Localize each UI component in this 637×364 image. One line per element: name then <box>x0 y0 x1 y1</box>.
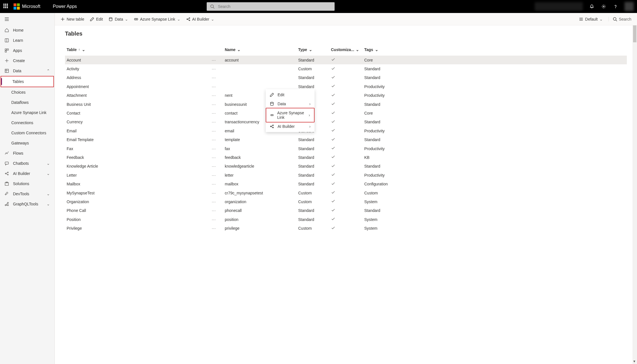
environment-picker[interactable] <box>535 2 583 11</box>
row-name: organization <box>225 199 298 204</box>
settings-icon[interactable] <box>601 4 607 9</box>
user-avatar[interactable] <box>625 2 634 11</box>
row-more-button[interactable]: ··· <box>212 120 216 124</box>
nav-learn[interactable]: Learn <box>0 35 54 45</box>
row-more-button[interactable]: ··· <box>212 67 216 71</box>
nav-chatbots[interactable]: Chatbots⌄ <box>0 158 54 168</box>
row-name: privilege <box>225 226 298 231</box>
context-edit[interactable]: Edit <box>266 90 315 99</box>
column-name[interactable]: Name⌄ <box>225 47 298 52</box>
row-tags: Configuration <box>364 182 398 186</box>
nav-home[interactable]: Home <box>0 25 54 35</box>
nav-data[interactable]: Data⌃ <box>0 66 54 76</box>
column-type[interactable]: Type⌄ <box>298 47 331 52</box>
microsoft-logo: Microsoft <box>14 3 40 10</box>
scrollbar[interactable]: ▾ <box>632 25 637 364</box>
table-row[interactable]: CurrencytransactioncurrencyStandardStand… <box>65 118 627 126</box>
nav-dataflows[interactable]: Dataflows <box>0 97 54 108</box>
row-more-button[interactable]: ··· <box>212 93 216 98</box>
context-azure-synapse-link[interactable]: Azure Synapse Link › <box>266 108 315 122</box>
row-name: mailbox <box>225 182 298 186</box>
table-row[interactable]: AppointmentStandardProductivity··· <box>65 82 627 91</box>
global-search[interactable] <box>207 2 335 11</box>
row-more-button[interactable]: ··· <box>212 102 216 107</box>
table-row[interactable]: FaxfaxStandardProductivity··· <box>65 144 627 153</box>
azure-synapse-link-button[interactable]: Azure Synapse Link ⌄ <box>134 17 180 21</box>
nav-create[interactable]: Create <box>0 56 54 66</box>
row-customizable <box>331 66 364 72</box>
nav-solutions[interactable]: Solutions <box>0 179 54 189</box>
row-more-button[interactable]: ··· <box>212 173 216 177</box>
chevron-down-icon: ⌄ <box>309 47 312 52</box>
table-search[interactable]: Search <box>608 17 631 21</box>
table-row[interactable]: FeedbackfeedbackStandardKB··· <box>65 153 627 162</box>
nav-ai-builder[interactable]: AI Builder⌄ <box>0 168 54 179</box>
context-ai-builder[interactable]: AI Builder › <box>266 122 315 131</box>
nav-gateways[interactable]: Gateways <box>0 138 54 148</box>
global-search-input[interactable] <box>218 4 332 9</box>
table-row[interactable]: ActivityCustomStandard··· <box>65 64 627 73</box>
table-row[interactable]: Email TemplatetemplateStandardStandard··… <box>65 135 627 144</box>
column-table[interactable]: Table↑⌄ <box>67 47 225 52</box>
new-table-button[interactable]: New table <box>60 17 84 21</box>
scrollbar-thumb[interactable] <box>633 25 636 42</box>
row-more-button[interactable]: ··· <box>212 155 216 160</box>
context-data[interactable]: Data › <box>266 99 315 108</box>
table-row[interactable]: LetterletterStandardProductivity··· <box>65 171 627 179</box>
data-button[interactable]: Data ⌄ <box>108 17 128 21</box>
collapse-nav-button[interactable] <box>0 14 54 25</box>
row-more-button[interactable]: ··· <box>212 146 216 151</box>
table-row[interactable]: AccountaccountStandardCore··· <box>65 56 627 64</box>
table-row[interactable]: Phone CallphonecallStandardStandard··· <box>65 206 627 215</box>
row-name: knowledgearticle <box>225 164 298 168</box>
row-more-button[interactable]: ··· <box>212 199 216 204</box>
nav-choices[interactable]: Choices <box>0 87 54 97</box>
table-row[interactable]: EmailemailStandardProductivity··· <box>65 126 627 135</box>
table-row[interactable]: AddressStandardStandard··· <box>65 73 627 82</box>
row-customizable <box>331 57 364 63</box>
column-customizable[interactable]: Customiza...⌄ <box>331 47 364 52</box>
left-nav: HomeLearnAppsCreateData⌃TablesChoicesDat… <box>0 13 55 364</box>
chevron-up-icon: ⌃ <box>47 69 50 73</box>
view-selector[interactable]: Default ⌄ <box>579 17 603 21</box>
table-row[interactable]: PositionpositionStandardSystem··· <box>65 215 627 224</box>
nav-azure-synapse-link[interactable]: Azure Synapse Link <box>0 108 54 118</box>
table-row[interactable]: Knowledge ArticleknowledgearticleStandar… <box>65 162 627 171</box>
nav-graphqltools[interactable]: GraphQLTools⌄ <box>0 199 54 209</box>
nav-flows[interactable]: Flows <box>0 148 54 158</box>
row-more-button[interactable]: ··· <box>212 182 216 186</box>
table-row[interactable]: PrivilegeprivilegeCustomSystem··· <box>65 224 627 233</box>
nav-tables[interactable]: Tables <box>1 76 54 87</box>
row-more-button[interactable]: ··· <box>212 217 216 222</box>
table-row[interactable]: ContactcontactStandardCore··· <box>65 109 627 117</box>
row-more-button[interactable]: ··· <box>212 84 216 89</box>
waffle-icon[interactable] <box>3 4 9 9</box>
row-more-button[interactable]: ··· <box>212 75 216 80</box>
notifications-icon[interactable] <box>589 4 595 9</box>
svg-line-52 <box>271 126 273 128</box>
ai-builder-button[interactable]: AI Builder ⌄ <box>186 17 215 21</box>
row-more-button[interactable]: ··· <box>212 208 216 213</box>
help-icon[interactable] <box>613 4 618 9</box>
row-more-button[interactable]: ··· <box>212 226 216 231</box>
table-row[interactable]: Business UnitbusinessunitStandardStandar… <box>65 100 627 109</box>
row-more-button[interactable]: ··· <box>212 191 216 195</box>
row-more-button[interactable]: ··· <box>212 111 216 115</box>
table-row[interactable]: OrganizationorganizationCustomSystem··· <box>65 197 627 206</box>
column-tags[interactable]: Tags⌄ <box>364 47 398 52</box>
row-more-button[interactable]: ··· <box>212 58 216 62</box>
scroll-down-icon[interactable]: ▾ <box>633 359 635 363</box>
table-row[interactable]: AttachmentnentStandardProductivity··· <box>65 91 627 100</box>
row-more-button[interactable]: ··· <box>212 164 216 168</box>
row-more-button[interactable]: ··· <box>212 137 216 142</box>
edit-button[interactable]: Edit <box>90 17 103 21</box>
nav-apps[interactable]: Apps <box>0 45 54 56</box>
svg-point-3 <box>615 8 616 8</box>
table-row[interactable]: MySynapseTestcr79c_mysynapsetestCustomCu… <box>65 188 627 197</box>
nav-devtools[interactable]: DevTools⌄ <box>0 189 54 199</box>
table-row[interactable]: MailboxmailboxStandardConfiguration··· <box>65 179 627 188</box>
nav-custom-connectors[interactable]: Custom Connectors <box>0 128 54 138</box>
row-tags: Standard <box>364 137 398 142</box>
row-more-button[interactable]: ··· <box>212 129 216 133</box>
nav-connections[interactable]: Connections <box>0 118 54 128</box>
